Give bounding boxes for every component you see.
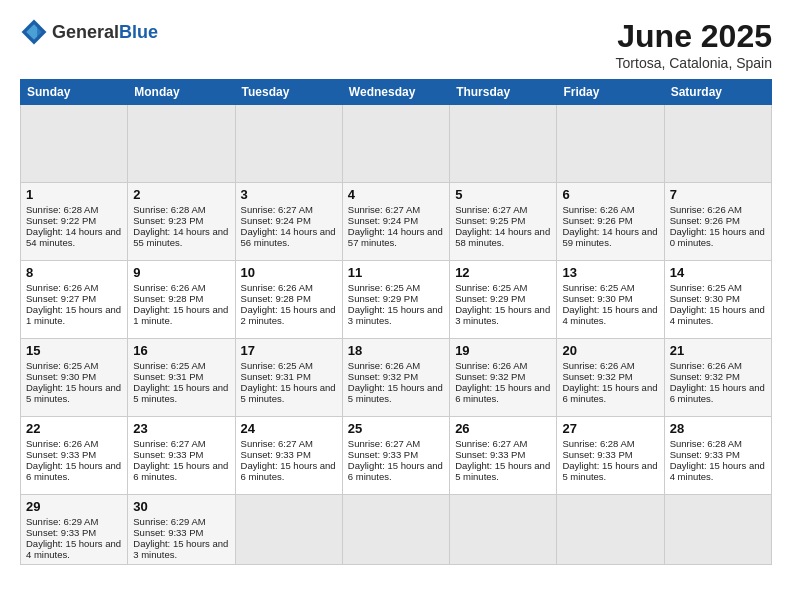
- table-row: 11Sunrise: 6:25 AMSunset: 9:29 PMDayligh…: [342, 261, 449, 339]
- daylight-text: Daylight: 15 hours and 4 minutes.: [670, 304, 766, 326]
- day-number: 27: [562, 421, 658, 436]
- sunrise-text: Sunrise: 6:25 AM: [670, 282, 766, 293]
- table-row: [557, 105, 664, 183]
- daylight-text: Daylight: 15 hours and 5 minutes.: [133, 382, 229, 404]
- col-saturday: Saturday: [664, 80, 771, 105]
- sunset-text: Sunset: 9:33 PM: [133, 449, 229, 460]
- day-number: 15: [26, 343, 122, 358]
- daylight-text: Daylight: 15 hours and 2 minutes.: [241, 304, 337, 326]
- daylight-text: Daylight: 15 hours and 6 minutes.: [348, 460, 444, 482]
- sunrise-text: Sunrise: 6:25 AM: [26, 360, 122, 371]
- day-number: 22: [26, 421, 122, 436]
- daylight-text: Daylight: 15 hours and 5 minutes.: [562, 460, 658, 482]
- table-row: 7Sunrise: 6:26 AMSunset: 9:26 PMDaylight…: [664, 183, 771, 261]
- table-row: 26Sunrise: 6:27 AMSunset: 9:33 PMDayligh…: [450, 417, 557, 495]
- sunrise-text: Sunrise: 6:28 AM: [670, 438, 766, 449]
- daylight-text: Daylight: 15 hours and 3 minutes.: [348, 304, 444, 326]
- sunset-text: Sunset: 9:26 PM: [670, 215, 766, 226]
- col-monday: Monday: [128, 80, 235, 105]
- daylight-text: Daylight: 15 hours and 6 minutes.: [455, 382, 551, 404]
- sunset-text: Sunset: 9:33 PM: [241, 449, 337, 460]
- day-number: 11: [348, 265, 444, 280]
- sunrise-text: Sunrise: 6:26 AM: [455, 360, 551, 371]
- daylight-text: Daylight: 15 hours and 5 minutes.: [348, 382, 444, 404]
- daylight-text: Daylight: 15 hours and 6 minutes.: [670, 382, 766, 404]
- table-row: [664, 105, 771, 183]
- daylight-text: Daylight: 15 hours and 3 minutes.: [133, 538, 229, 560]
- day-number: 2: [133, 187, 229, 202]
- daylight-text: Daylight: 14 hours and 58 minutes.: [455, 226, 551, 248]
- table-row: [450, 105, 557, 183]
- daylight-text: Daylight: 14 hours and 59 minutes.: [562, 226, 658, 248]
- day-number: 18: [348, 343, 444, 358]
- table-row: 22Sunrise: 6:26 AMSunset: 9:33 PMDayligh…: [21, 417, 128, 495]
- daylight-text: Daylight: 15 hours and 6 minutes.: [133, 460, 229, 482]
- day-number: 19: [455, 343, 551, 358]
- day-number: 3: [241, 187, 337, 202]
- table-row: 4Sunrise: 6:27 AMSunset: 9:24 PMDaylight…: [342, 183, 449, 261]
- sunrise-text: Sunrise: 6:26 AM: [670, 204, 766, 215]
- calendar-subtitle: Tortosa, Catalonia, Spain: [616, 55, 772, 71]
- daylight-text: Daylight: 15 hours and 5 minutes.: [26, 382, 122, 404]
- sunset-text: Sunset: 9:32 PM: [562, 371, 658, 382]
- table-row: 21Sunrise: 6:26 AMSunset: 9:32 PMDayligh…: [664, 339, 771, 417]
- sunrise-text: Sunrise: 6:29 AM: [133, 516, 229, 527]
- table-row: 29Sunrise: 6:29 AMSunset: 9:33 PMDayligh…: [21, 495, 128, 565]
- day-number: 24: [241, 421, 337, 436]
- sunset-text: Sunset: 9:24 PM: [348, 215, 444, 226]
- daylight-text: Daylight: 15 hours and 1 minute.: [26, 304, 122, 326]
- day-number: 8: [26, 265, 122, 280]
- sunrise-text: Sunrise: 6:27 AM: [241, 204, 337, 215]
- day-number: 16: [133, 343, 229, 358]
- day-number: 1: [26, 187, 122, 202]
- sunrise-text: Sunrise: 6:26 AM: [26, 438, 122, 449]
- daylight-text: Daylight: 15 hours and 4 minutes.: [562, 304, 658, 326]
- day-number: 30: [133, 499, 229, 514]
- table-row: 27Sunrise: 6:28 AMSunset: 9:33 PMDayligh…: [557, 417, 664, 495]
- table-row: 16Sunrise: 6:25 AMSunset: 9:31 PMDayligh…: [128, 339, 235, 417]
- daylight-text: Daylight: 14 hours and 57 minutes.: [348, 226, 444, 248]
- sunrise-text: Sunrise: 6:26 AM: [133, 282, 229, 293]
- sunrise-text: Sunrise: 6:26 AM: [562, 204, 658, 215]
- day-number: 6: [562, 187, 658, 202]
- sunrise-text: Sunrise: 6:27 AM: [133, 438, 229, 449]
- sunset-text: Sunset: 9:32 PM: [670, 371, 766, 382]
- table-row: 6Sunrise: 6:26 AMSunset: 9:26 PMDaylight…: [557, 183, 664, 261]
- table-row: 15Sunrise: 6:25 AMSunset: 9:30 PMDayligh…: [21, 339, 128, 417]
- day-number: 9: [133, 265, 229, 280]
- col-friday: Friday: [557, 80, 664, 105]
- sunrise-text: Sunrise: 6:27 AM: [348, 438, 444, 449]
- table-row: 12Sunrise: 6:25 AMSunset: 9:29 PMDayligh…: [450, 261, 557, 339]
- sunrise-text: Sunrise: 6:26 AM: [670, 360, 766, 371]
- sunrise-text: Sunrise: 6:27 AM: [455, 204, 551, 215]
- sunset-text: Sunset: 9:33 PM: [455, 449, 551, 460]
- sunset-text: Sunset: 9:25 PM: [455, 215, 551, 226]
- sunset-text: Sunset: 9:29 PM: [348, 293, 444, 304]
- sunset-text: Sunset: 9:33 PM: [562, 449, 658, 460]
- sunset-text: Sunset: 9:27 PM: [26, 293, 122, 304]
- day-number: 25: [348, 421, 444, 436]
- sunset-text: Sunset: 9:29 PM: [455, 293, 551, 304]
- table-row: 20Sunrise: 6:26 AMSunset: 9:32 PMDayligh…: [557, 339, 664, 417]
- table-row: 14Sunrise: 6:25 AMSunset: 9:30 PMDayligh…: [664, 261, 771, 339]
- daylight-text: Daylight: 15 hours and 6 minutes.: [26, 460, 122, 482]
- sunrise-text: Sunrise: 6:25 AM: [241, 360, 337, 371]
- sunrise-text: Sunrise: 6:28 AM: [26, 204, 122, 215]
- daylight-text: Daylight: 15 hours and 1 minute.: [133, 304, 229, 326]
- sunrise-text: Sunrise: 6:25 AM: [562, 282, 658, 293]
- sunset-text: Sunset: 9:33 PM: [26, 449, 122, 460]
- table-row: 19Sunrise: 6:26 AMSunset: 9:32 PMDayligh…: [450, 339, 557, 417]
- daylight-text: Daylight: 15 hours and 4 minutes.: [26, 538, 122, 560]
- col-sunday: Sunday: [21, 80, 128, 105]
- table-row: 8Sunrise: 6:26 AMSunset: 9:27 PMDaylight…: [21, 261, 128, 339]
- day-number: 12: [455, 265, 551, 280]
- day-number: 10: [241, 265, 337, 280]
- sunrise-text: Sunrise: 6:27 AM: [455, 438, 551, 449]
- day-number: 21: [670, 343, 766, 358]
- day-number: 5: [455, 187, 551, 202]
- sunset-text: Sunset: 9:31 PM: [133, 371, 229, 382]
- sunset-text: Sunset: 9:24 PM: [241, 215, 337, 226]
- calendar-title: June 2025: [616, 18, 772, 55]
- day-number: 4: [348, 187, 444, 202]
- sunset-text: Sunset: 9:33 PM: [26, 527, 122, 538]
